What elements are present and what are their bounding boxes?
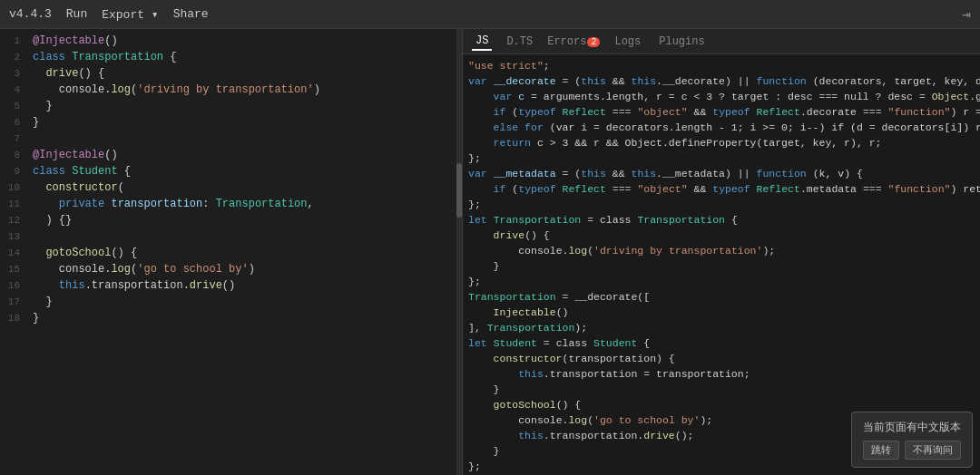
- right-line-23: gotoSchool() {: [463, 397, 980, 412]
- toast-notification: 当前页面有中文版本 跳转 不再询问: [851, 412, 973, 468]
- right-line-20: constructor(transportation) {: [463, 351, 980, 366]
- code-line-2: 2 class Transportation {: [0, 49, 462, 65]
- version-label: v4.4.3: [9, 7, 52, 21]
- code-line-16: 16 this.transportation.drive(): [0, 277, 462, 294]
- right-line-3: var c = arguments.length, r = c < 3 ? ta…: [463, 89, 980, 104]
- right-tabs-bar: JS D.TS Errors2 Logs Plugins: [463, 29, 980, 54]
- tab-js[interactable]: JS: [472, 33, 492, 51]
- right-line-13: console.log('driving by transportation')…: [463, 243, 980, 258]
- scroll-thumb[interactable]: [456, 163, 462, 218]
- errors-label: Errors: [547, 35, 586, 48]
- right-line-5: else for (var i = decorators.length - 1;…: [463, 120, 980, 135]
- code-line-7: 7: [0, 131, 462, 147]
- right-line-18: ], Transportation);: [463, 320, 980, 335]
- code-line-11: 11 private transportation: Transportatio…: [0, 196, 462, 212]
- code-line-17: 17 }: [0, 294, 462, 310]
- tab-plugins[interactable]: Plugins: [655, 34, 708, 50]
- scrollbar[interactable]: [456, 29, 462, 475]
- right-line-15: };: [463, 274, 980, 289]
- left-editor-panel: 1 @Injectable() 2 class Transportation {…: [0, 29, 463, 475]
- right-line-6: return c > 3 && r && Object.defineProper…: [463, 135, 980, 150]
- right-line-12: drive() {: [463, 228, 980, 243]
- right-compiled-panel: JS D.TS Errors2 Logs Plugins "use strict…: [463, 29, 980, 475]
- run-menu[interactable]: Run: [66, 7, 87, 22]
- right-line-11: let Transportation = class Transportatio…: [463, 212, 980, 228]
- right-line-8: var __metadata = (this && this.__metadat…: [463, 166, 980, 181]
- export-menu[interactable]: Export ▾: [102, 7, 158, 22]
- right-line-14: }: [463, 258, 980, 274]
- code-line-18: 18 }: [0, 310, 462, 326]
- right-line-9: if (typeof Reflect === "object" && typeo…: [463, 181, 980, 197]
- code-line-10: 10 constructor(: [0, 179, 462, 196]
- share-menu[interactable]: Share: [173, 7, 209, 22]
- code-line-8: 8 @Injectable(): [0, 147, 462, 163]
- code-line-9: 9 class Student {: [0, 163, 462, 179]
- right-line-21: this.transportation = transportation;: [463, 366, 980, 382]
- toast-redirect-button[interactable]: 跳转: [863, 441, 899, 460]
- right-line-17: Injectable(): [463, 305, 980, 320]
- toast-message: 当前页面有中文版本: [863, 420, 961, 435]
- code-line-12: 12 ) {}: [0, 212, 462, 228]
- tab-dts[interactable]: D.TS: [503, 34, 536, 50]
- code-line-5: 5 }: [0, 98, 462, 114]
- code-line-13: 13: [0, 228, 462, 245]
- right-line-2: var __decorate = (this && this.__decorat…: [463, 73, 980, 89]
- code-line-15: 15 console.log('go to school by'): [0, 261, 462, 277]
- right-line-19: let Student = class Student {: [463, 335, 980, 351]
- right-line-22: }: [463, 382, 980, 397]
- topbar: v4.4.3 Run Export ▾ Share ⇥: [0, 0, 980, 29]
- topbar-right-icon: ⇥: [962, 5, 971, 24]
- right-line-4: if (typeof Reflect === "object" && typeo…: [463, 104, 980, 120]
- code-line-14: 14 gotoSchool() {: [0, 245, 462, 261]
- tab-logs[interactable]: Logs: [611, 34, 644, 50]
- code-line-3: 3 drive() {: [0, 65, 462, 82]
- code-line-4: 4 console.log('driving by transportation…: [0, 82, 462, 98]
- main-area: 1 @Injectable() 2 class Transportation {…: [0, 29, 980, 475]
- right-line-10: };: [463, 197, 980, 212]
- toast-buttons: 跳转 不再询问: [863, 441, 961, 460]
- code-line-1: 1 @Injectable(): [0, 33, 462, 49]
- right-line-16: Transportation = __decorate([: [463, 289, 980, 305]
- right-line-1: "use strict";: [463, 58, 980, 73]
- source-code-area: 1 @Injectable() 2 class Transportation {…: [0, 29, 462, 475]
- code-line-6: 6 }: [0, 114, 462, 131]
- toast-dismiss-button[interactable]: 不再询问: [905, 441, 961, 460]
- menu-bar: Run Export ▾ Share: [66, 7, 209, 22]
- tab-errors[interactable]: Errors2: [547, 35, 600, 48]
- errors-badge: 2: [587, 37, 600, 47]
- right-line-7: };: [463, 150, 980, 166]
